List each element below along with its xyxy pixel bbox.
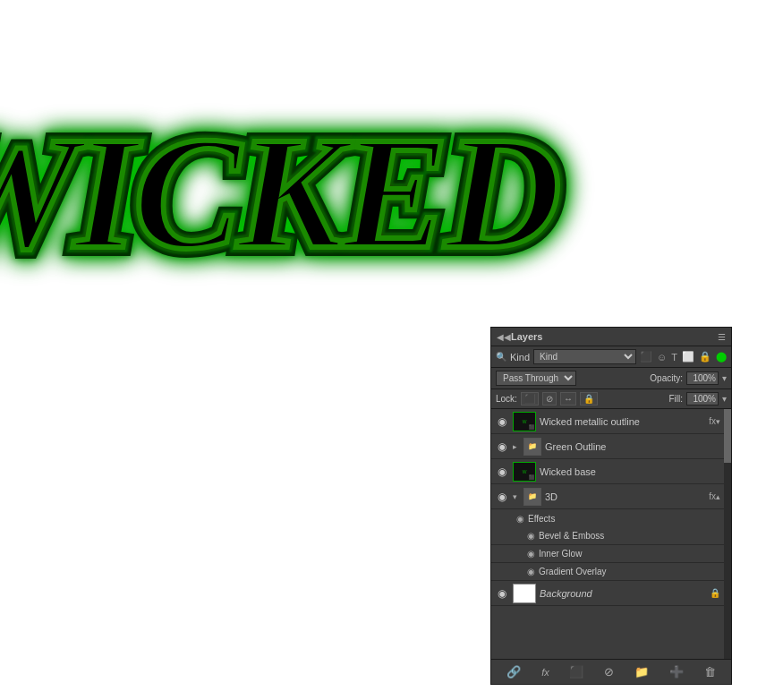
filter-icon-dot[interactable]: ⬤ <box>716 351 727 363</box>
panel-title: Layers <box>511 331 542 342</box>
expand-green-outline[interactable]: ▸ <box>509 442 520 451</box>
panel-menu-icon[interactable]: ☰ <box>718 332 726 342</box>
effects-eye[interactable]: ◉ <box>516 514 524 524</box>
filter-kind-select[interactable]: Kind Name Effect <box>533 349 636 364</box>
thumbnail-3d: 📁 <box>523 488 541 506</box>
filter-kind-label: Kind <box>510 352 530 363</box>
layer-row-inner-glow[interactable]: ◉ Inner Glow <box>491 545 724 563</box>
toolbar-delete-btn[interactable]: 🗑 <box>701 663 719 680</box>
lock-position-btn[interactable]: ↔ <box>560 392 576 405</box>
filter-icon-shape[interactable]: ⬜ <box>682 351 694 363</box>
filter-icon-smart[interactable]: 🔒 <box>699 351 711 363</box>
visibility-green-outline[interactable]: ◉ <box>495 440 509 453</box>
layer-name-3d: 3D <box>545 491 706 502</box>
wicked-title: WICKED <box>0 100 557 286</box>
filter-icon-pixel[interactable]: ⬛ <box>640 351 652 363</box>
blend-mode-select[interactable]: Pass Through Normal Multiply <box>496 371 576 386</box>
toolbar-adjust-btn[interactable]: ⊘ <box>600 663 617 680</box>
inner-glow-eye[interactable]: ◉ <box>527 549 535 559</box>
visibility-background[interactable]: ◉ <box>495 587 509 600</box>
toolbar-link-btn[interactable]: 🔗 <box>503 663 524 680</box>
opacity-label: Opacity: <box>650 373 683 383</box>
layer-name-background: Background <box>540 588 707 599</box>
toolbar-fx-btn[interactable]: fx <box>538 665 553 679</box>
lock-row: Lock: ⬛ ⊘ ↔ 🔒 Fill: ▾ <box>491 389 731 409</box>
layer-row-3d[interactable]: ◉ ▾ 📁 3D fx ▴ <box>491 484 724 509</box>
scrollbar-thumb[interactable] <box>724 409 731 463</box>
lock-transparent-btn[interactable]: ⬛ <box>521 392 539 405</box>
opacity-input[interactable] <box>686 371 719 385</box>
panel-titlebar: ◀◀ Layers ☰ <box>491 328 731 346</box>
gradient-overlay-name: Gradient Overlay <box>539 567 607 576</box>
fill-input[interactable] <box>686 392 719 405</box>
layer-row-green-outline[interactable]: ◉ ▸ 📁 Green Outline <box>491 434 724 459</box>
thumbnail-background <box>513 584 536 603</box>
blend-mode-row: Pass Through Normal Multiply Opacity: ▾ <box>491 368 731 389</box>
layers-list: ◉ W ⬛ Wicked metallic outline fx ▾ ◉ ▸ 📁… <box>491 409 724 659</box>
toolbar-folder-btn[interactable]: 📁 <box>631 663 652 680</box>
gradient-overlay-eye[interactable]: ◉ <box>527 567 535 576</box>
layer-fx-chevron-3d[interactable]: ▴ <box>716 492 720 501</box>
expand-3d[interactable]: ▾ <box>509 492 520 501</box>
effects-header-row: ◉ Effects <box>491 509 724 527</box>
filter-row: 🔍 Kind Kind Name Effect ⬛ ☺ T ⬜ 🔒 ⬤ <box>491 346 731 368</box>
layer-row-background[interactable]: ◉ Background 🔒 <box>491 581 724 606</box>
thumbnail-wicked-metallic: W ⬛ <box>513 412 536 431</box>
layer-fx-chevron-wicked[interactable]: ▾ <box>716 417 720 426</box>
fill-label: Fill: <box>668 394 683 404</box>
layer-fx-3d: fx <box>709 491 716 501</box>
lock-icons: ⬛ ⊘ ↔ 🔒 <box>521 392 598 405</box>
panel-toolbar: 🔗 fx ⬛ ⊘ 📁 ➕ 🗑 <box>491 659 731 684</box>
lock-label: Lock: <box>496 394 517 404</box>
visibility-wicked-base[interactable]: ◉ <box>495 465 509 478</box>
opacity-dropdown[interactable]: ▾ <box>722 373 727 383</box>
background-lock-icon: 🔒 <box>710 588 720 598</box>
thumbnail-green-outline: 📁 <box>523 438 541 456</box>
visibility-wicked-metallic[interactable]: ◉ <box>495 415 509 428</box>
wicked-canvas: WICKED <box>0 0 492 385</box>
layer-row-wicked-base[interactable]: ◉ W ⬛ Wicked base <box>491 459 724 484</box>
toolbar-mask-btn[interactable]: ⬛ <box>566 663 587 680</box>
layer-name-green-outline: Green Outline <box>545 441 720 452</box>
canvas-area: WICKED <box>0 0 490 385</box>
layer-row-bevel-emboss[interactable]: ◉ Bevel & Emboss <box>491 527 724 545</box>
layer-row-wicked-metallic[interactable]: ◉ W ⬛ Wicked metallic outline fx ▾ <box>491 409 724 434</box>
panel-collapse-icon[interactable]: ◀◀ <box>497 332 511 342</box>
inner-glow-name: Inner Glow <box>539 549 582 559</box>
visibility-3d[interactable]: ◉ <box>495 491 509 503</box>
layer-fx-wicked-metallic: fx <box>709 416 716 426</box>
lock-all-btn[interactable]: 🔒 <box>580 392 598 405</box>
layer-name-wicked-base: Wicked base <box>540 466 720 477</box>
bevel-emboss-name: Bevel & Emboss <box>539 531 604 541</box>
filter-search-icon: 🔍 <box>496 352 506 362</box>
toolbar-new-btn[interactable]: ➕ <box>666 663 687 680</box>
filter-icon-type[interactable]: T <box>671 352 677 363</box>
fill-dropdown[interactable]: ▾ <box>722 394 727 404</box>
thumbnail-wicked-base: W ⬛ <box>513 462 536 482</box>
filter-icon-adjustment[interactable]: ☺ <box>657 352 667 363</box>
layers-panel: ◀◀ Layers ☰ 🔍 Kind Kind Name Effect ⬛ ☺ … <box>490 327 732 685</box>
lock-pixels-btn[interactable]: ⊘ <box>542 392 557 405</box>
effects-label: Effects <box>528 514 555 524</box>
filter-icons-row: ⬛ ☺ T ⬜ 🔒 ⬤ <box>640 351 727 363</box>
bevel-eye[interactable]: ◉ <box>527 531 535 541</box>
layer-name-wicked-metallic: Wicked metallic outline <box>540 416 706 427</box>
layer-row-gradient-overlay[interactable]: ◉ Gradient Overlay <box>491 563 724 581</box>
layers-scrollbar[interactable] <box>724 409 731 659</box>
